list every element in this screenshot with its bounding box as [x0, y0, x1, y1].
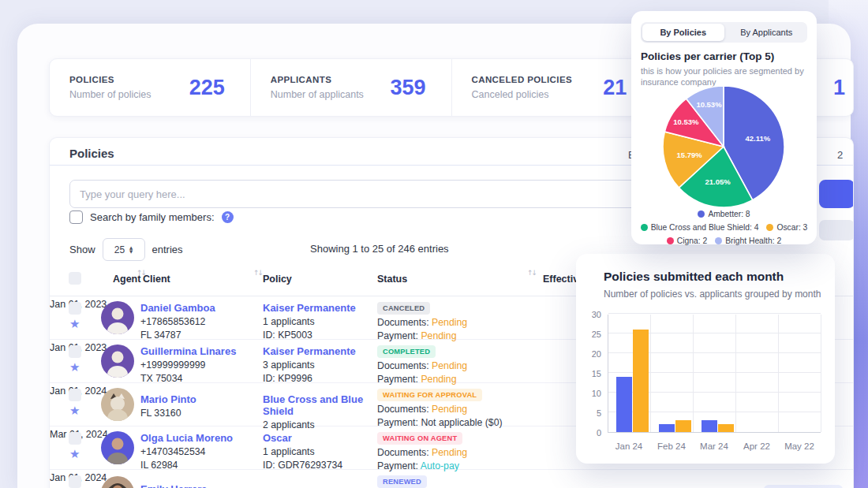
y-axis-tick: 20: [581, 349, 601, 359]
stat-value: 21: [603, 76, 627, 100]
legend-dot-icon: [641, 224, 648, 231]
policy-id: ID: KP9996: [263, 373, 373, 384]
monthly-popup: Policies submitted each month Number of …: [576, 254, 835, 464]
status-badge: RENEWED: [377, 475, 427, 488]
client-location: FL 34787: [140, 330, 259, 341]
row-checkbox[interactable]: [69, 345, 81, 358]
favorite-star-icon[interactable]: ★: [69, 404, 80, 418]
y-axis-tick: 10: [581, 389, 601, 398]
status-badge: WAITING FOR APPROVAL: [377, 389, 482, 401]
policy-carrier-link[interactable]: Kaiser Permanente: [263, 345, 373, 357]
avatar: [101, 345, 134, 378]
carrier-pie-chart: 42.11%21.05%15.79%10.53%10.53%: [660, 84, 787, 210]
client-phone: +19999999999: [140, 359, 259, 371]
bar-chart-axes: 051015202530Jan 24Feb 24Mar 24Apr 22May …: [576, 254, 835, 464]
stat-canceled-policies: CANCELED POLICIES Canceled policies 21: [452, 59, 653, 116]
policy-carrier-link[interactable]: Blue Cross and Blue Shield: [263, 393, 373, 417]
row-checkbox[interactable]: [69, 475, 81, 488]
search-button[interactable]: [819, 180, 854, 208]
secondary-button-partial[interactable]: [819, 220, 854, 240]
policy-carrier-link[interactable]: Kaiser Permanente: [263, 302, 373, 314]
show-label: Show: [69, 244, 95, 255]
row-checkbox[interactable]: [69, 432, 81, 445]
client-name-link[interactable]: Daniel Gamboa: [140, 302, 259, 314]
sort-icon[interactable]: ↑↓: [253, 269, 262, 277]
status-badge: WAITING ON AGENT: [377, 432, 462, 445]
x-axis-tick: Mar 24: [693, 441, 735, 451]
select-all-checkbox[interactable]: [69, 272, 81, 285]
legend-dot-icon: [698, 210, 705, 218]
pie-slice-label: 42.11%: [745, 134, 770, 143]
preview-button[interactable]: Preview ▾: [764, 485, 843, 488]
page-size-select[interactable]: 25 ▲▼: [103, 238, 145, 261]
x-axis-tick: Feb 24: [650, 441, 693, 451]
favorite-star-icon[interactable]: ★: [69, 317, 80, 331]
avatar: [101, 431, 134, 464]
policy-applicants: 1 applicants: [263, 446, 373, 457]
favorite-star-icon[interactable]: ★: [69, 447, 80, 461]
avatar: [101, 301, 134, 334]
page-size-row: Show 25 ▲▼ entries: [69, 238, 183, 261]
family-filter-row: Search by family members: ?: [69, 210, 234, 224]
tab-by-applicants[interactable]: By Applicants: [726, 22, 808, 43]
y-axis-tick: 5: [581, 408, 601, 418]
stat-applicants: APPLICANTS Number of applicants 359: [251, 59, 452, 116]
stat-policies: POLICIES Number of policies 225: [50, 59, 251, 116]
help-icon[interactable]: ?: [222, 211, 234, 223]
tab-by-policies[interactable]: By Policies: [642, 24, 724, 41]
pie-slice-label: 10.53%: [696, 100, 722, 109]
legend-dot-icon: [667, 237, 674, 244]
popup-tabs: By Policies By Applicants: [641, 22, 807, 43]
client-phone: +17865853612: [140, 316, 259, 327]
legend-item: Oscar: 3: [766, 223, 807, 232]
stat-label: APPLICANTS: [271, 75, 364, 84]
column-header-client[interactable]: Client: [143, 274, 170, 285]
legend-dot-icon: [766, 224, 773, 231]
client-name-link[interactable]: Olga Lucia Moreno: [140, 432, 259, 444]
favorite-star-icon[interactable]: ★: [69, 360, 80, 374]
client-name-link[interactable]: Guillermina Linares: [140, 345, 259, 357]
entries-label: entries: [152, 244, 183, 255]
documents-status: Pending: [432, 404, 467, 415]
client-name-link[interactable]: Emily Herrera: [140, 483, 259, 488]
row-checkbox[interactable]: [69, 389, 81, 401]
column-header-policy[interactable]: Policy: [263, 274, 292, 285]
stat-label: CANCELED POLICIES: [472, 75, 573, 84]
stat-sublabel: Canceled policies: [472, 89, 573, 100]
policy-carrier-link[interactable]: Oscar: [263, 432, 373, 444]
legend-item: Blue Cross and Blue Shield: 4: [641, 223, 759, 232]
pie-slice-label: 21.05%: [705, 177, 731, 186]
stat-value: 359: [390, 76, 425, 100]
avatar-cat: [101, 388, 134, 421]
stat-sublabel: Number of policies: [69, 89, 152, 100]
legend-label: Oscar: 3: [776, 223, 807, 232]
column-header-status[interactable]: Status: [377, 274, 407, 285]
table-row[interactable]: ★ Emily Herrera FL 33174 REFERRED Aetna …: [50, 470, 853, 488]
legend-dot-icon: [715, 237, 722, 244]
y-axis-tick: 25: [581, 330, 601, 339]
pie-chart-title: Policies per carrier (Top 5): [641, 50, 774, 62]
stat-value-fragment: 1: [833, 76, 845, 100]
family-members-label: Search by family members:: [90, 211, 215, 223]
page-size-value: 25: [114, 244, 125, 255]
status-badge: COMPLETED: [377, 345, 436, 358]
legend-item: Cigna: 2: [667, 237, 707, 245]
policy-id: ID: KP5003: [263, 330, 373, 341]
policy-id: ID: GDR76293734: [263, 460, 373, 471]
client-name-link[interactable]: Mario Pinto: [140, 393, 259, 405]
policy-applicants: 1 applicants: [263, 316, 373, 327]
row-checkbox[interactable]: [69, 302, 81, 315]
policy-applicants: 3 applicants: [263, 359, 373, 371]
legend-label: Cigna: 2: [677, 237, 707, 245]
status-badge: CANCELED: [377, 302, 430, 315]
documents-status: Pending: [432, 447, 467, 458]
family-members-checkbox[interactable]: [69, 210, 83, 224]
client-location: IL 62984: [140, 460, 259, 471]
x-axis-tick: Apr 22: [735, 441, 778, 451]
legend-label: Ambetter: 8: [708, 210, 750, 218]
x-axis-tick: Jan 24: [608, 441, 650, 451]
legend-item: Bright Health: 2: [715, 237, 781, 245]
client-phone: +14703452534: [140, 446, 259, 457]
effective-date-filter-value-fragment: 2: [837, 149, 843, 161]
sort-icon[interactable]: ↑↓: [527, 269, 536, 277]
